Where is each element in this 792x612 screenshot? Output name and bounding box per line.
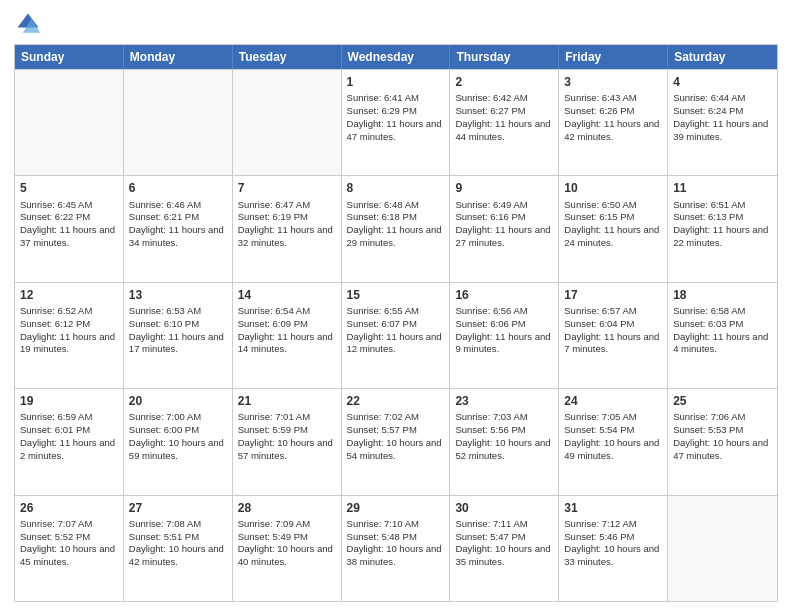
day-info: Sunrise: 7:06 AM Sunset: 5:53 PM Dayligh… <box>673 411 768 460</box>
day-cell-1: 1Sunrise: 6:41 AM Sunset: 6:29 PM Daylig… <box>342 70 451 175</box>
header <box>14 10 778 38</box>
day-info: Sunrise: 6:41 AM Sunset: 6:29 PM Dayligh… <box>347 92 442 141</box>
day-cell-22: 22Sunrise: 7:02 AM Sunset: 5:57 PM Dayli… <box>342 389 451 494</box>
day-cell-14: 14Sunrise: 6:54 AM Sunset: 6:09 PM Dayli… <box>233 283 342 388</box>
day-number: 29 <box>347 500 445 516</box>
day-number: 24 <box>564 393 662 409</box>
day-cell-5: 5Sunrise: 6:45 AM Sunset: 6:22 PM Daylig… <box>15 176 124 281</box>
day-number: 2 <box>455 74 553 90</box>
week-row-4: 26Sunrise: 7:07 AM Sunset: 5:52 PM Dayli… <box>15 495 777 601</box>
day-number: 13 <box>129 287 227 303</box>
day-number: 12 <box>20 287 118 303</box>
day-header-thursday: Thursday <box>450 45 559 69</box>
day-info: Sunrise: 6:49 AM Sunset: 6:16 PM Dayligh… <box>455 199 550 248</box>
day-cell-2: 2Sunrise: 6:42 AM Sunset: 6:27 PM Daylig… <box>450 70 559 175</box>
day-header-monday: Monday <box>124 45 233 69</box>
day-info: Sunrise: 6:47 AM Sunset: 6:19 PM Dayligh… <box>238 199 333 248</box>
week-row-3: 19Sunrise: 6:59 AM Sunset: 6:01 PM Dayli… <box>15 388 777 494</box>
day-cell-12: 12Sunrise: 6:52 AM Sunset: 6:12 PM Dayli… <box>15 283 124 388</box>
day-info: Sunrise: 6:58 AM Sunset: 6:03 PM Dayligh… <box>673 305 768 354</box>
day-cell-28: 28Sunrise: 7:09 AM Sunset: 5:49 PM Dayli… <box>233 496 342 601</box>
day-info: Sunrise: 7:01 AM Sunset: 5:59 PM Dayligh… <box>238 411 333 460</box>
day-info: Sunrise: 6:51 AM Sunset: 6:13 PM Dayligh… <box>673 199 768 248</box>
day-number: 19 <box>20 393 118 409</box>
day-number: 17 <box>564 287 662 303</box>
day-number: 30 <box>455 500 553 516</box>
day-number: 26 <box>20 500 118 516</box>
day-cell-15: 15Sunrise: 6:55 AM Sunset: 6:07 PM Dayli… <box>342 283 451 388</box>
day-info: Sunrise: 6:57 AM Sunset: 6:04 PM Dayligh… <box>564 305 659 354</box>
week-row-0: 1Sunrise: 6:41 AM Sunset: 6:29 PM Daylig… <box>15 69 777 175</box>
day-info: Sunrise: 7:11 AM Sunset: 5:47 PM Dayligh… <box>455 518 550 567</box>
day-cell-31: 31Sunrise: 7:12 AM Sunset: 5:46 PM Dayli… <box>559 496 668 601</box>
day-info: Sunrise: 6:46 AM Sunset: 6:21 PM Dayligh… <box>129 199 224 248</box>
day-info: Sunrise: 6:50 AM Sunset: 6:15 PM Dayligh… <box>564 199 659 248</box>
day-info: Sunrise: 6:43 AM Sunset: 6:26 PM Dayligh… <box>564 92 659 141</box>
day-number: 11 <box>673 180 772 196</box>
empty-cell <box>15 70 124 175</box>
day-cell-27: 27Sunrise: 7:08 AM Sunset: 5:51 PM Dayli… <box>124 496 233 601</box>
calendar-body: 1Sunrise: 6:41 AM Sunset: 6:29 PM Daylig… <box>15 69 777 601</box>
day-info: Sunrise: 6:54 AM Sunset: 6:09 PM Dayligh… <box>238 305 333 354</box>
day-info: Sunrise: 7:00 AM Sunset: 6:00 PM Dayligh… <box>129 411 224 460</box>
week-row-1: 5Sunrise: 6:45 AM Sunset: 6:22 PM Daylig… <box>15 175 777 281</box>
day-cell-9: 9Sunrise: 6:49 AM Sunset: 6:16 PM Daylig… <box>450 176 559 281</box>
day-number: 8 <box>347 180 445 196</box>
day-info: Sunrise: 7:08 AM Sunset: 5:51 PM Dayligh… <box>129 518 224 567</box>
day-cell-13: 13Sunrise: 6:53 AM Sunset: 6:10 PM Dayli… <box>124 283 233 388</box>
day-info: Sunrise: 7:09 AM Sunset: 5:49 PM Dayligh… <box>238 518 333 567</box>
day-number: 7 <box>238 180 336 196</box>
day-cell-20: 20Sunrise: 7:00 AM Sunset: 6:00 PM Dayli… <box>124 389 233 494</box>
day-number: 16 <box>455 287 553 303</box>
calendar: SundayMondayTuesdayWednesdayThursdayFrid… <box>14 44 778 602</box>
day-header-sunday: Sunday <box>15 45 124 69</box>
logo <box>14 10 46 38</box>
day-cell-25: 25Sunrise: 7:06 AM Sunset: 5:53 PM Dayli… <box>668 389 777 494</box>
day-number: 5 <box>20 180 118 196</box>
page: SundayMondayTuesdayWednesdayThursdayFrid… <box>0 0 792 612</box>
day-info: Sunrise: 7:02 AM Sunset: 5:57 PM Dayligh… <box>347 411 442 460</box>
day-cell-29: 29Sunrise: 7:10 AM Sunset: 5:48 PM Dayli… <box>342 496 451 601</box>
day-number: 9 <box>455 180 553 196</box>
day-cell-30: 30Sunrise: 7:11 AM Sunset: 5:47 PM Dayli… <box>450 496 559 601</box>
day-cell-8: 8Sunrise: 6:48 AM Sunset: 6:18 PM Daylig… <box>342 176 451 281</box>
calendar-header: SundayMondayTuesdayWednesdayThursdayFrid… <box>15 45 777 69</box>
day-cell-10: 10Sunrise: 6:50 AM Sunset: 6:15 PM Dayli… <box>559 176 668 281</box>
day-cell-3: 3Sunrise: 6:43 AM Sunset: 6:26 PM Daylig… <box>559 70 668 175</box>
day-info: Sunrise: 6:55 AM Sunset: 6:07 PM Dayligh… <box>347 305 442 354</box>
day-cell-17: 17Sunrise: 6:57 AM Sunset: 6:04 PM Dayli… <box>559 283 668 388</box>
empty-cell <box>233 70 342 175</box>
day-number: 25 <box>673 393 772 409</box>
day-number: 4 <box>673 74 772 90</box>
day-info: Sunrise: 6:53 AM Sunset: 6:10 PM Dayligh… <box>129 305 224 354</box>
day-cell-26: 26Sunrise: 7:07 AM Sunset: 5:52 PM Dayli… <box>15 496 124 601</box>
day-cell-7: 7Sunrise: 6:47 AM Sunset: 6:19 PM Daylig… <box>233 176 342 281</box>
day-header-tuesday: Tuesday <box>233 45 342 69</box>
day-cell-18: 18Sunrise: 6:58 AM Sunset: 6:03 PM Dayli… <box>668 283 777 388</box>
day-number: 20 <box>129 393 227 409</box>
day-number: 10 <box>564 180 662 196</box>
day-number: 3 <box>564 74 662 90</box>
day-info: Sunrise: 6:48 AM Sunset: 6:18 PM Dayligh… <box>347 199 442 248</box>
day-number: 18 <box>673 287 772 303</box>
day-number: 28 <box>238 500 336 516</box>
day-number: 6 <box>129 180 227 196</box>
day-info: Sunrise: 7:12 AM Sunset: 5:46 PM Dayligh… <box>564 518 659 567</box>
day-cell-4: 4Sunrise: 6:44 AM Sunset: 6:24 PM Daylig… <box>668 70 777 175</box>
day-info: Sunrise: 6:44 AM Sunset: 6:24 PM Dayligh… <box>673 92 768 141</box>
day-number: 22 <box>347 393 445 409</box>
day-info: Sunrise: 7:03 AM Sunset: 5:56 PM Dayligh… <box>455 411 550 460</box>
day-info: Sunrise: 6:45 AM Sunset: 6:22 PM Dayligh… <box>20 199 115 248</box>
day-cell-24: 24Sunrise: 7:05 AM Sunset: 5:54 PM Dayli… <box>559 389 668 494</box>
day-number: 15 <box>347 287 445 303</box>
day-info: Sunrise: 7:10 AM Sunset: 5:48 PM Dayligh… <box>347 518 442 567</box>
day-number: 27 <box>129 500 227 516</box>
day-cell-6: 6Sunrise: 6:46 AM Sunset: 6:21 PM Daylig… <box>124 176 233 281</box>
day-info: Sunrise: 6:59 AM Sunset: 6:01 PM Dayligh… <box>20 411 115 460</box>
day-cell-19: 19Sunrise: 6:59 AM Sunset: 6:01 PM Dayli… <box>15 389 124 494</box>
day-header-saturday: Saturday <box>668 45 777 69</box>
day-cell-21: 21Sunrise: 7:01 AM Sunset: 5:59 PM Dayli… <box>233 389 342 494</box>
day-info: Sunrise: 6:52 AM Sunset: 6:12 PM Dayligh… <box>20 305 115 354</box>
day-cell-23: 23Sunrise: 7:03 AM Sunset: 5:56 PM Dayli… <box>450 389 559 494</box>
day-number: 21 <box>238 393 336 409</box>
